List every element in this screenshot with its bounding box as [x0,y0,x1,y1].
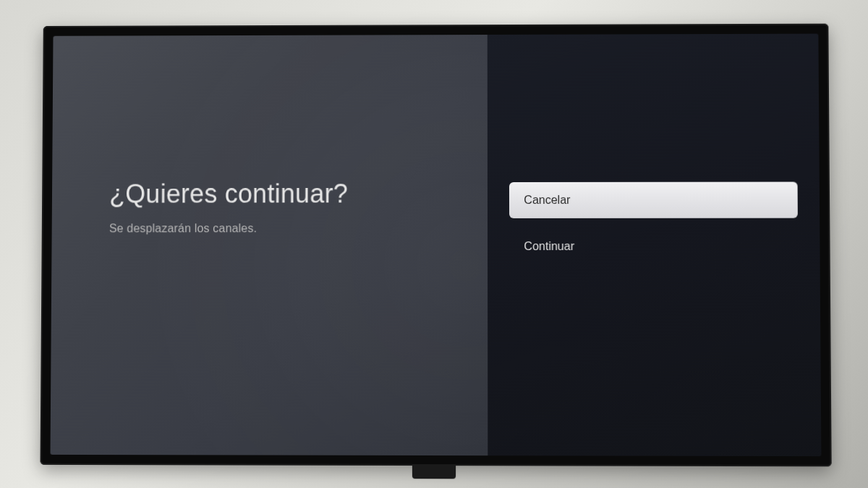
dialog-title: ¿Quieres continuar? [109,179,451,209]
tv-screen: ¿Quieres continuar? Se desplazarán los c… [51,33,822,456]
tv-stand [412,466,456,479]
dialog-info-pane: ¿Quieres continuar? Se desplazarán los c… [51,34,488,455]
continue-button[interactable]: Continuar [509,228,798,264]
dialog-options-pane: Cancelar Continuar [488,33,821,456]
tv-bezel: ¿Quieres continuar? Se desplazarán los c… [40,23,831,466]
cancel-button[interactable]: Cancelar [509,181,798,218]
dialog-subtitle: Se desplazarán los canales. [109,222,451,235]
